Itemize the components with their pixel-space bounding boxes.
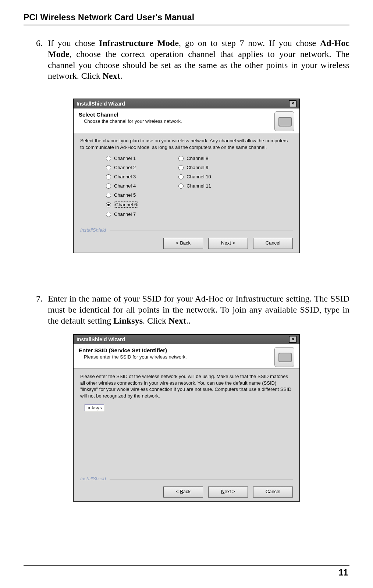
radio-icon (106, 174, 111, 179)
close-icon[interactable]: × (289, 336, 296, 343)
text: ack (183, 240, 191, 246)
ssid-input[interactable]: linksys (85, 404, 104, 411)
text: If you chose (48, 38, 99, 48)
dialog-heading: Enter SSID (Service Set Identifier) (79, 347, 271, 353)
text: < (176, 240, 180, 246)
titlebar: InstallShield Wizard × (74, 335, 299, 344)
radio-icon (178, 183, 184, 189)
radio-icon (106, 183, 111, 189)
text: .. (186, 316, 191, 325)
radio-channel-10[interactable]: Channel 10 (178, 174, 211, 179)
text: e, go on to step 7 now. If you chose (175, 38, 320, 48)
text: Enter in the name of your SSID for your … (48, 294, 349, 325)
radio-icon (178, 156, 184, 161)
step-text: Enter in the name of your SSID for your … (48, 293, 349, 326)
step-text: If you chose Infrastructure Mode, go on … (48, 38, 349, 82)
divider-bottom (24, 565, 349, 566)
cancel-button[interactable]: Cancel (253, 238, 293, 249)
radio-label: Channel 2 (114, 165, 136, 170)
page-number: 11 (24, 568, 349, 578)
titlebar: InstallShield Wizard × (74, 99, 299, 108)
back-button[interactable]: < Back (163, 238, 203, 249)
text: ext > (224, 240, 235, 246)
text: N (221, 240, 224, 246)
radio-label: Channel 7 (114, 211, 136, 217)
text: , choose the correct operation channel t… (48, 49, 349, 81)
installshield-brand: InstallShield (80, 227, 293, 233)
text: < (176, 489, 180, 494)
radio-channel-5[interactable]: Channel 5 (106, 192, 138, 198)
step-6: 6. If you chose Infrastructure Mode, go … (24, 38, 349, 82)
radio-channel-11[interactable]: Channel 11 (178, 183, 211, 189)
radio-channel-6[interactable]: Channel 6 (106, 202, 138, 208)
radio-icon (106, 202, 111, 207)
radio-channel-4[interactable]: Channel 4 (106, 183, 138, 189)
radio-icon (106, 156, 111, 161)
installshield-brand: InstallShield (80, 476, 293, 481)
screenshot-select-channel: InstallShield Wizard × Select Channel Ch… (24, 99, 349, 253)
text: ext > (224, 489, 235, 494)
step-7: 7. Enter in the name of your SSID for yo… (24, 293, 349, 326)
text: B (180, 240, 183, 246)
term-linksys: Linksys (113, 316, 143, 325)
text: B (180, 489, 183, 494)
dialog-subheading: Choose the channel for your wireless net… (84, 118, 271, 124)
dialog-heading: Select Channel (79, 111, 271, 118)
next-button[interactable]: Next > (208, 238, 248, 249)
radio-channel-7[interactable]: Channel 7 (106, 211, 138, 217)
radio-label: Channel 8 (186, 156, 208, 161)
close-icon[interactable]: × (289, 100, 296, 107)
dialog-description: Select the channel you plan to use on yo… (80, 138, 293, 150)
dialog-description: Please enter the SSID of the wireless ne… (80, 373, 293, 399)
text: . Click (143, 316, 168, 325)
radio-icon (106, 193, 111, 198)
radio-icon (106, 165, 111, 170)
screenshot-enter-ssid: InstallShield Wizard × Enter SSID (Servi… (24, 334, 349, 501)
radio-label: Channel 6 (114, 202, 138, 208)
page-header: PCI Wireless Network Card User's Manual (24, 13, 349, 22)
radio-channel-8[interactable]: Channel 8 (178, 156, 211, 161)
text: N (221, 489, 224, 494)
wizard-icon (274, 347, 294, 367)
radio-label: Channel 10 (186, 174, 211, 179)
radio-icon (178, 165, 184, 170)
divider-top (24, 25, 349, 25)
window-title: InstallShield Wizard (77, 101, 125, 107)
radio-channel-3[interactable]: Channel 3 (106, 174, 138, 179)
radio-icon (178, 174, 184, 179)
radio-label: Channel 4 (114, 183, 136, 189)
radio-icon (106, 212, 111, 217)
dialog-subheading: Please enter the SSID for your wireless … (84, 354, 271, 360)
radio-label: Channel 3 (114, 174, 136, 179)
cancel-button[interactable]: Cancel (253, 487, 293, 498)
step-number: 7. (24, 293, 48, 326)
term-next: Next (103, 71, 120, 81)
radio-label: Channel 1 (114, 156, 136, 161)
text: ack (183, 489, 191, 494)
next-button[interactable]: Next > (208, 487, 248, 498)
back-button[interactable]: < Back (163, 487, 203, 498)
term-next: Next (168, 316, 186, 325)
wizard-icon (274, 111, 294, 131)
radio-label: Channel 11 (186, 183, 211, 189)
radio-channel-1[interactable]: Channel 1 (106, 156, 138, 161)
text: . (120, 71, 122, 81)
channel-radio-group: Channel 1 Channel 2 Channel 3 Channel 4 … (106, 156, 293, 217)
radio-label: Channel 5 (114, 192, 136, 198)
step-number: 6. (24, 38, 48, 82)
window-title: InstallShield Wizard (77, 336, 125, 342)
radio-channel-9[interactable]: Channel 9 (178, 165, 211, 170)
term-infrastructure: Infrastructure Mod (99, 38, 175, 48)
radio-channel-2[interactable]: Channel 2 (106, 165, 138, 170)
radio-label: Channel 9 (186, 165, 208, 170)
